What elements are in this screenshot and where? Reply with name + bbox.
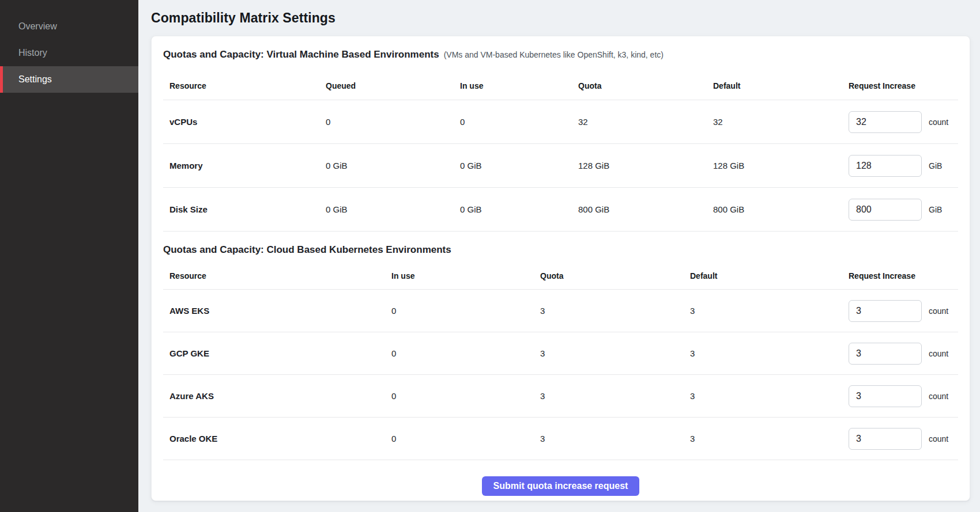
cell-default: 3 bbox=[684, 434, 842, 443]
page-title: Compatibility Matrix Settings bbox=[151, 10, 336, 26]
cell-default: 800 GiB bbox=[707, 204, 842, 214]
cell-quota: 128 GiB bbox=[572, 161, 707, 170]
unit-label: GiB bbox=[929, 161, 942, 170]
table-row-aws-eks: AWS EKS 0 3 3 count bbox=[163, 290, 958, 332]
table-row-disk-size: Disk Size 0 GiB 0 GiB 800 GiB 800 GiB Gi… bbox=[163, 188, 958, 232]
column-header-default: Default bbox=[707, 81, 842, 90]
sidebar-item-settings[interactable]: Settings bbox=[0, 66, 138, 93]
cell-quota: 32 bbox=[572, 117, 707, 127]
section-subtitle-vm: (VMs and VM-based Kubernetes like OpenSh… bbox=[444, 50, 664, 59]
request-increase-cell: count bbox=[842, 111, 958, 133]
cell-queued: 0 GiB bbox=[319, 161, 454, 170]
unit-label: count bbox=[929, 434, 948, 443]
request-increase-cell: count bbox=[842, 385, 958, 407]
section-header-cloud: Quotas and Capacity: Cloud Based Kuberne… bbox=[163, 232, 958, 263]
sidebar: Overview History Settings bbox=[0, 0, 138, 512]
cell-default: 3 bbox=[684, 391, 842, 401]
column-header-quota: Quota bbox=[534, 271, 684, 280]
cell-in-use: 0 bbox=[385, 391, 534, 401]
table-row-oracle-oke: Oracle OKE 0 3 3 count bbox=[163, 418, 958, 460]
button-area: Submit quota increase request bbox=[163, 460, 958, 507]
sidebar-item-history[interactable]: History bbox=[0, 40, 138, 66]
column-header-default: Default bbox=[684, 271, 842, 280]
request-increase-cell: GiB bbox=[842, 199, 958, 221]
sidebar-item-overview[interactable]: Overview bbox=[0, 13, 138, 40]
column-header-request-increase: Request Increase bbox=[842, 81, 958, 90]
cell-in-use: 0 bbox=[385, 434, 534, 443]
cell-quota: 3 bbox=[534, 434, 684, 443]
memory-request-input[interactable] bbox=[849, 155, 922, 177]
request-increase-cell: count bbox=[842, 428, 958, 450]
cell-default: 3 bbox=[684, 348, 842, 358]
column-header-queued: Queued bbox=[319, 81, 454, 90]
cell-quota: 3 bbox=[534, 306, 684, 316]
cell-in-use: 0 bbox=[385, 348, 534, 358]
request-increase-cell: count bbox=[842, 343, 958, 365]
table-row-vcpus: vCPUs 0 0 32 32 count bbox=[163, 100, 958, 144]
table-row-gcp-gke: GCP GKE 0 3 3 count bbox=[163, 332, 958, 375]
request-increase-cell: count bbox=[842, 300, 958, 322]
table-row-memory: Memory 0 GiB 0 GiB 128 GiB 128 GiB GiB bbox=[163, 144, 958, 188]
disk-size-request-input[interactable] bbox=[849, 199, 922, 221]
cell-quota: 3 bbox=[534, 391, 684, 401]
gcp-gke-request-input[interactable] bbox=[849, 343, 922, 365]
request-increase-cell: GiB bbox=[842, 155, 958, 177]
vm-table-header: Resource Queued In use Quota Default Req… bbox=[163, 72, 958, 100]
resource-name: vCPUs bbox=[163, 117, 319, 127]
vcpus-request-input[interactable] bbox=[849, 111, 922, 133]
section-title-vm: Quotas and Capacity: Virtual Machine Bas… bbox=[163, 49, 439, 60]
unit-label: count bbox=[929, 117, 948, 127]
cell-default: 128 GiB bbox=[707, 161, 842, 170]
cell-in-use: 0 bbox=[454, 117, 572, 127]
unit-label: count bbox=[929, 349, 948, 358]
column-header-quota: Quota bbox=[572, 81, 707, 90]
cell-quota: 800 GiB bbox=[572, 204, 707, 214]
column-header-request-increase: Request Increase bbox=[842, 271, 958, 280]
section-title-cloud: Quotas and Capacity: Cloud Based Kuberne… bbox=[163, 244, 451, 255]
cell-default: 3 bbox=[684, 306, 842, 316]
main-content: Compatibility Matrix Settings Quotas and… bbox=[138, 0, 980, 512]
resource-name: Oracle OKE bbox=[163, 434, 385, 443]
oracle-oke-request-input[interactable] bbox=[849, 428, 922, 450]
cell-in-use: 0 bbox=[385, 306, 534, 316]
cell-in-use: 0 GiB bbox=[454, 204, 572, 214]
resource-name: Memory bbox=[163, 161, 319, 170]
quotas-card: Quotas and Capacity: Virtual Machine Bas… bbox=[151, 36, 970, 501]
column-header-resource: Resource bbox=[163, 81, 319, 90]
cell-quota: 3 bbox=[534, 348, 684, 358]
resource-name: Disk Size bbox=[163, 204, 319, 214]
table-row-azure-aks: Azure AKS 0 3 3 count bbox=[163, 375, 958, 418]
section-header-vm: Quotas and Capacity: Virtual Machine Bas… bbox=[163, 36, 958, 72]
unit-label: GiB bbox=[929, 205, 942, 214]
unit-label: count bbox=[929, 306, 948, 316]
resource-name: Azure AKS bbox=[163, 391, 385, 401]
column-header-in-use: In use bbox=[454, 81, 572, 90]
resource-name: AWS EKS bbox=[163, 306, 385, 316]
cell-queued: 0 bbox=[319, 117, 454, 127]
azure-aks-request-input[interactable] bbox=[849, 385, 922, 407]
resource-name: GCP GKE bbox=[163, 348, 385, 358]
cell-default: 32 bbox=[707, 117, 842, 127]
cell-queued: 0 GiB bbox=[319, 204, 454, 214]
cell-in-use: 0 GiB bbox=[454, 161, 572, 170]
aws-eks-request-input[interactable] bbox=[849, 300, 922, 322]
column-header-in-use: In use bbox=[385, 271, 534, 280]
column-header-resource: Resource bbox=[163, 271, 385, 280]
cloud-table-header: Resource In use Quota Default Request In… bbox=[163, 263, 958, 290]
submit-quota-increase-button[interactable]: Submit quota increase request bbox=[482, 476, 640, 496]
unit-label: count bbox=[929, 392, 948, 401]
